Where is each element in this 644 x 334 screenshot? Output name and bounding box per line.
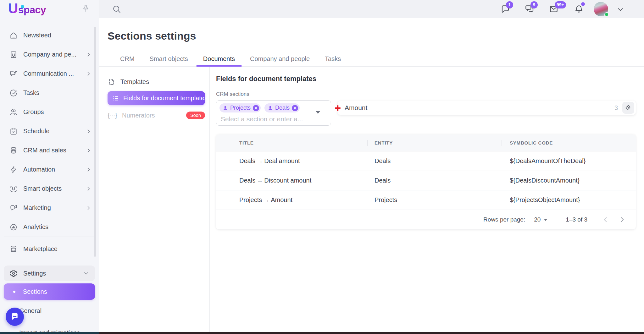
sidebar-item-label: CRM and sales <box>23 147 86 154</box>
sidebar-item-label: Schedule <box>23 128 86 135</box>
field-search-value: Amount <box>345 104 614 112</box>
subnav-item-fields-active[interactable]: Fields for document templates <box>108 91 205 105</box>
tab-documents[interactable]: Documents <box>196 51 242 66</box>
sidebar-item-tasks[interactable]: Tasks <box>0 83 99 102</box>
main-content: Sections settings CRM Smart objects Docu… <box>99 18 644 332</box>
database-icon <box>9 146 18 155</box>
home-icon <box>9 31 18 40</box>
chevron-right-icon <box>86 52 92 58</box>
profile-chevron-down-icon[interactable] <box>616 5 625 14</box>
arrow-right-glyph: → <box>255 157 264 164</box>
chip-projects[interactable]: Projects <box>219 103 261 112</box>
sidebar: U spacy Newsfeed Company and pe... Commu… <box>0 0 99 332</box>
support-chat-launcher[interactable] <box>6 308 24 326</box>
chevron-right-icon <box>86 71 92 77</box>
next-page-icon[interactable] <box>618 216 626 224</box>
sidebar-item-analytics[interactable]: Analytics <box>0 217 99 237</box>
tab-company-and-people[interactable]: Company and people <box>242 51 317 66</box>
calendar-icon <box>9 127 18 135</box>
chevron-down-icon <box>83 270 89 277</box>
sidebar-item-schedule[interactable]: Schedule <box>0 122 99 141</box>
soon-badge: Soon <box>186 112 205 119</box>
bullet-dot <box>13 291 15 293</box>
fields-pane: Fields for document templates CRM sectio… <box>210 67 644 332</box>
chevron-right-icon <box>86 128 92 134</box>
sidebar-item-label: Tasks <box>23 89 92 96</box>
page-title: Sections settings <box>108 30 196 42</box>
pagination-range: 1–3 of 3 <box>566 216 587 223</box>
clear-filter-button[interactable] <box>622 102 634 114</box>
arrow-right-glyph: → <box>255 177 264 184</box>
sidebar-item-company-and-people[interactable]: Company and pe... <box>0 45 99 64</box>
tab-tasks[interactable]: Tasks <box>317 51 348 66</box>
row-code: ${DealsAmountOfTheDeal} <box>510 157 636 165</box>
sidebar-item-sections-active[interactable]: Sections <box>4 283 95 300</box>
subnav-item-label: Templates <box>120 78 149 85</box>
sidebar-item-label: Marketing <box>23 204 86 211</box>
table-header: TITLE ENTITY SYMBOLIC CODE <box>216 134 636 151</box>
chip-deals[interactable]: Deals <box>264 103 300 112</box>
select-caret-icon[interactable] <box>316 111 320 114</box>
table-row[interactable]: Deals→Discount amount Deals ${DealsDisco… <box>216 171 636 190</box>
mail-badge: 99+ <box>555 1 566 8</box>
sidebar-item-label: Communication ... <box>23 70 86 77</box>
column-header-symbolic-code: SYMBOLIC CODE <box>510 140 636 145</box>
documents-subnav: Templates Fields for document templates … <box>99 67 209 332</box>
chevron-right-icon <box>86 147 92 154</box>
caret-down-icon <box>544 219 547 221</box>
check-circle-icon <box>9 89 18 97</box>
row-group: Deals <box>239 157 255 164</box>
sidebar-item-crm-and-sales[interactable]: CRM and sales <box>0 141 99 160</box>
sidebar-item-label: Settings <box>23 270 83 277</box>
sidebar-item-label: General <box>19 307 93 315</box>
search-icon[interactable] <box>112 4 122 14</box>
column-header-title: TITLE <box>216 140 375 145</box>
arrow-right-glyph: → <box>262 196 271 203</box>
pane-heading: Fields for document templates <box>216 75 636 83</box>
logo-row: U spacy <box>0 0 99 18</box>
sidebar-item-smart-objects[interactable]: Smart objects <box>0 179 99 198</box>
chip-label: Deals <box>275 105 290 111</box>
sidebar-item-automation[interactable]: Automation <box>0 160 99 179</box>
chat-badge: 1 <box>506 1 513 8</box>
sidebar-item-newsfeed[interactable]: Newsfeed <box>0 26 99 45</box>
sidebar-item-marketplace[interactable]: Marketplace <box>0 243 99 255</box>
sidebar-item-groups[interactable]: Groups <box>0 102 99 122</box>
sidebar-item-label: Newsfeed <box>23 32 92 39</box>
storefront-icon <box>9 245 18 253</box>
rows-per-page-select[interactable]: 20 <box>534 216 547 223</box>
select-placeholder: Select a section or enter a... <box>221 115 328 123</box>
logo-u-glyph: U <box>8 2 18 15</box>
row-field: Discount amount <box>264 177 311 184</box>
chat-pen-icon <box>9 70 18 78</box>
crm-sections-label: CRM sections <box>216 91 636 97</box>
table-row[interactable]: Deals→Deal amount Deals ${DealsAmountOfT… <box>216 151 636 171</box>
previous-page-icon[interactable] <box>601 216 609 224</box>
chevron-right-icon <box>86 167 92 173</box>
tab-crm[interactable]: CRM <box>113 51 142 66</box>
online-status-dot <box>604 12 609 17</box>
window-edge-strip <box>0 332 644 334</box>
topbar: 1 9 99+ <box>99 0 644 18</box>
table-row[interactable]: Projects→Amount Projects ${ProjectsObjec… <box>216 190 636 210</box>
sidebar-item-communication[interactable]: Communication ... <box>0 64 99 83</box>
chip-close-icon[interactable] <box>253 105 259 111</box>
chip-close-icon[interactable] <box>292 105 298 111</box>
sidebar-scrollbar[interactable] <box>94 27 96 257</box>
rows-per-page-label: Rows per page: <box>483 216 525 223</box>
subnav-item-numerators[interactable]: {···} Numerators Soon <box>108 109 205 122</box>
crm-sections-select[interactable]: Projects Deals Select a section or enter… <box>216 100 331 126</box>
lightning-icon <box>9 166 18 174</box>
sidebar-item-marketing[interactable]: Marketing <box>0 198 99 217</box>
sidebar-item-label: Sections <box>23 288 89 295</box>
subnav-item-templates[interactable]: Templates <box>108 75 205 88</box>
row-entity: Projects <box>375 196 510 204</box>
sidebar-item-settings[interactable]: Settings <box>4 266 95 281</box>
sidebar-item-label: Groups <box>23 108 92 116</box>
pin-sidebar-icon[interactable] <box>81 4 91 14</box>
field-search-input[interactable]: Amount 3 <box>338 101 636 115</box>
table-pagination: Rows per page: 20 1–3 of 3 <box>216 210 636 229</box>
people-icon <box>9 108 18 116</box>
tab-smart-objects[interactable]: Smart objects <box>142 51 196 66</box>
uspacy-logo[interactable]: U spacy <box>8 2 46 16</box>
